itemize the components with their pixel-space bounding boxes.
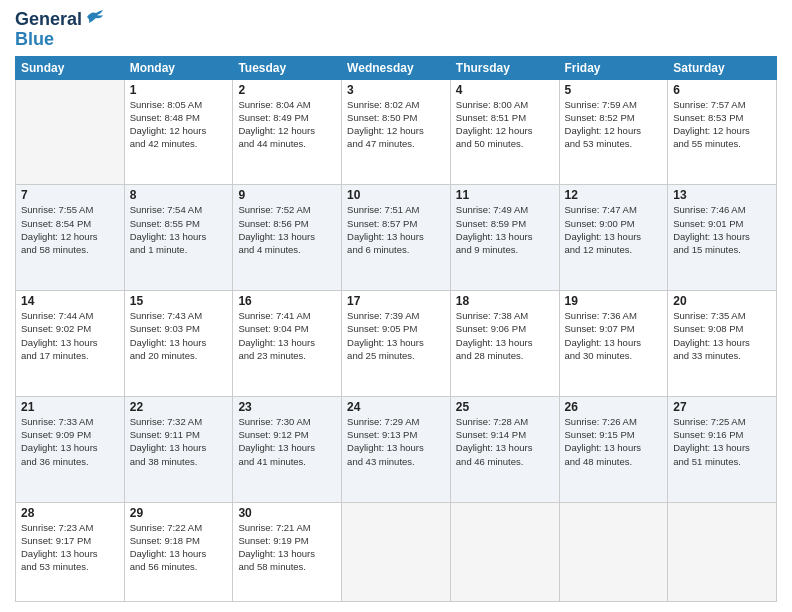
day-info: Sunrise: 8:04 AMSunset: 8:49 PMDaylight:… xyxy=(238,98,336,151)
day-number: 11 xyxy=(456,188,554,202)
day-info: Sunrise: 7:47 AMSunset: 9:00 PMDaylight:… xyxy=(565,203,663,256)
day-number: 23 xyxy=(238,400,336,414)
calendar: SundayMondayTuesdayWednesdayThursdayFrid… xyxy=(15,56,777,602)
calendar-cell: 30Sunrise: 7:21 AMSunset: 9:19 PMDayligh… xyxy=(233,502,342,601)
calendar-cell: 12Sunrise: 7:47 AMSunset: 9:00 PMDayligh… xyxy=(559,185,668,291)
logo-blue: Blue xyxy=(15,30,54,50)
day-number: 8 xyxy=(130,188,228,202)
calendar-cell: 18Sunrise: 7:38 AMSunset: 9:06 PMDayligh… xyxy=(450,291,559,397)
day-info: Sunrise: 7:49 AMSunset: 8:59 PMDaylight:… xyxy=(456,203,554,256)
calendar-cell: 27Sunrise: 7:25 AMSunset: 9:16 PMDayligh… xyxy=(668,396,777,502)
day-number: 20 xyxy=(673,294,771,308)
day-info: Sunrise: 7:28 AMSunset: 9:14 PMDaylight:… xyxy=(456,415,554,468)
day-info: Sunrise: 7:30 AMSunset: 9:12 PMDaylight:… xyxy=(238,415,336,468)
day-info: Sunrise: 8:02 AMSunset: 8:50 PMDaylight:… xyxy=(347,98,445,151)
day-info: Sunrise: 7:54 AMSunset: 8:55 PMDaylight:… xyxy=(130,203,228,256)
day-number: 17 xyxy=(347,294,445,308)
calendar-cell: 1Sunrise: 8:05 AMSunset: 8:48 PMDaylight… xyxy=(124,79,233,185)
day-number: 10 xyxy=(347,188,445,202)
week-row: 1Sunrise: 8:05 AMSunset: 8:48 PMDaylight… xyxy=(16,79,777,185)
calendar-cell: 17Sunrise: 7:39 AMSunset: 9:05 PMDayligh… xyxy=(342,291,451,397)
day-number: 3 xyxy=(347,83,445,97)
weekday-thursday: Thursday xyxy=(450,56,559,79)
day-info: Sunrise: 8:00 AMSunset: 8:51 PMDaylight:… xyxy=(456,98,554,151)
day-number: 27 xyxy=(673,400,771,414)
day-number: 15 xyxy=(130,294,228,308)
calendar-cell: 7Sunrise: 7:55 AMSunset: 8:54 PMDaylight… xyxy=(16,185,125,291)
header: General Blue xyxy=(15,10,777,50)
day-info: Sunrise: 8:05 AMSunset: 8:48 PMDaylight:… xyxy=(130,98,228,151)
day-number: 1 xyxy=(130,83,228,97)
day-info: Sunrise: 7:46 AMSunset: 9:01 PMDaylight:… xyxy=(673,203,771,256)
day-number: 14 xyxy=(21,294,119,308)
day-number: 24 xyxy=(347,400,445,414)
calendar-cell xyxy=(450,502,559,601)
weekday-friday: Friday xyxy=(559,56,668,79)
day-info: Sunrise: 7:29 AMSunset: 9:13 PMDaylight:… xyxy=(347,415,445,468)
day-info: Sunrise: 7:41 AMSunset: 9:04 PMDaylight:… xyxy=(238,309,336,362)
day-number: 7 xyxy=(21,188,119,202)
weekday-saturday: Saturday xyxy=(668,56,777,79)
day-number: 19 xyxy=(565,294,663,308)
week-row: 28Sunrise: 7:23 AMSunset: 9:17 PMDayligh… xyxy=(16,502,777,601)
calendar-cell: 19Sunrise: 7:36 AMSunset: 9:07 PMDayligh… xyxy=(559,291,668,397)
day-number: 13 xyxy=(673,188,771,202)
day-info: Sunrise: 7:57 AMSunset: 8:53 PMDaylight:… xyxy=(673,98,771,151)
day-info: Sunrise: 7:43 AMSunset: 9:03 PMDaylight:… xyxy=(130,309,228,362)
day-number: 22 xyxy=(130,400,228,414)
calendar-cell: 4Sunrise: 8:00 AMSunset: 8:51 PMDaylight… xyxy=(450,79,559,185)
day-info: Sunrise: 7:36 AMSunset: 9:07 PMDaylight:… xyxy=(565,309,663,362)
day-number: 18 xyxy=(456,294,554,308)
calendar-cell xyxy=(342,502,451,601)
day-info: Sunrise: 7:25 AMSunset: 9:16 PMDaylight:… xyxy=(673,415,771,468)
day-info: Sunrise: 7:33 AMSunset: 9:09 PMDaylight:… xyxy=(21,415,119,468)
day-number: 28 xyxy=(21,506,119,520)
logo-bird-icon xyxy=(85,9,107,25)
page: General Blue SundayMondayTuesdayWednesda… xyxy=(0,0,792,612)
calendar-cell: 9Sunrise: 7:52 AMSunset: 8:56 PMDaylight… xyxy=(233,185,342,291)
calendar-cell: 6Sunrise: 7:57 AMSunset: 8:53 PMDaylight… xyxy=(668,79,777,185)
weekday-header-row: SundayMondayTuesdayWednesdayThursdayFrid… xyxy=(16,56,777,79)
weekday-monday: Monday xyxy=(124,56,233,79)
calendar-cell: 20Sunrise: 7:35 AMSunset: 9:08 PMDayligh… xyxy=(668,291,777,397)
day-number: 25 xyxy=(456,400,554,414)
calendar-cell: 13Sunrise: 7:46 AMSunset: 9:01 PMDayligh… xyxy=(668,185,777,291)
calendar-cell: 26Sunrise: 7:26 AMSunset: 9:15 PMDayligh… xyxy=(559,396,668,502)
calendar-cell xyxy=(16,79,125,185)
calendar-cell: 14Sunrise: 7:44 AMSunset: 9:02 PMDayligh… xyxy=(16,291,125,397)
logo: General Blue xyxy=(15,10,107,50)
day-info: Sunrise: 7:32 AMSunset: 9:11 PMDaylight:… xyxy=(130,415,228,468)
day-number: 5 xyxy=(565,83,663,97)
day-info: Sunrise: 7:59 AMSunset: 8:52 PMDaylight:… xyxy=(565,98,663,151)
calendar-cell: 25Sunrise: 7:28 AMSunset: 9:14 PMDayligh… xyxy=(450,396,559,502)
day-number: 4 xyxy=(456,83,554,97)
calendar-cell: 2Sunrise: 8:04 AMSunset: 8:49 PMDaylight… xyxy=(233,79,342,185)
week-row: 21Sunrise: 7:33 AMSunset: 9:09 PMDayligh… xyxy=(16,396,777,502)
weekday-wednesday: Wednesday xyxy=(342,56,451,79)
calendar-cell: 28Sunrise: 7:23 AMSunset: 9:17 PMDayligh… xyxy=(16,502,125,601)
day-number: 30 xyxy=(238,506,336,520)
day-number: 9 xyxy=(238,188,336,202)
week-row: 14Sunrise: 7:44 AMSunset: 9:02 PMDayligh… xyxy=(16,291,777,397)
calendar-cell: 15Sunrise: 7:43 AMSunset: 9:03 PMDayligh… xyxy=(124,291,233,397)
calendar-cell: 23Sunrise: 7:30 AMSunset: 9:12 PMDayligh… xyxy=(233,396,342,502)
day-info: Sunrise: 7:38 AMSunset: 9:06 PMDaylight:… xyxy=(456,309,554,362)
day-number: 29 xyxy=(130,506,228,520)
day-number: 6 xyxy=(673,83,771,97)
week-row: 7Sunrise: 7:55 AMSunset: 8:54 PMDaylight… xyxy=(16,185,777,291)
day-number: 12 xyxy=(565,188,663,202)
calendar-cell: 5Sunrise: 7:59 AMSunset: 8:52 PMDaylight… xyxy=(559,79,668,185)
day-info: Sunrise: 7:22 AMSunset: 9:18 PMDaylight:… xyxy=(130,521,228,574)
weekday-tuesday: Tuesday xyxy=(233,56,342,79)
day-info: Sunrise: 7:55 AMSunset: 8:54 PMDaylight:… xyxy=(21,203,119,256)
calendar-cell: 10Sunrise: 7:51 AMSunset: 8:57 PMDayligh… xyxy=(342,185,451,291)
day-info: Sunrise: 7:35 AMSunset: 9:08 PMDaylight:… xyxy=(673,309,771,362)
day-info: Sunrise: 7:51 AMSunset: 8:57 PMDaylight:… xyxy=(347,203,445,256)
day-number: 2 xyxy=(238,83,336,97)
calendar-cell xyxy=(559,502,668,601)
day-info: Sunrise: 7:23 AMSunset: 9:17 PMDaylight:… xyxy=(21,521,119,574)
day-number: 21 xyxy=(21,400,119,414)
logo-general: General xyxy=(15,10,82,30)
day-info: Sunrise: 7:52 AMSunset: 8:56 PMDaylight:… xyxy=(238,203,336,256)
calendar-cell: 22Sunrise: 7:32 AMSunset: 9:11 PMDayligh… xyxy=(124,396,233,502)
